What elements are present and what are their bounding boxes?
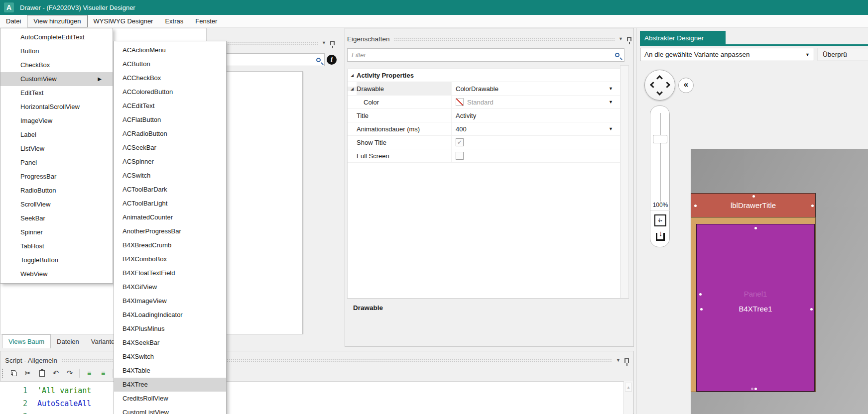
menu-item-creditsrollview[interactable]: CreditsRollView bbox=[114, 392, 226, 406]
undo-button[interactable]: ↶ bbox=[50, 367, 62, 379]
menubar-item-view-hinzuf-gen[interactable]: View hinzufügen bbox=[27, 15, 87, 27]
check-layout-button[interactable]: Überprü bbox=[818, 48, 868, 61]
tab-views-baum[interactable]: Views Baum bbox=[2, 334, 51, 348]
selection-handle[interactable] bbox=[754, 388, 757, 390]
expander-icon[interactable]: ◢ bbox=[348, 73, 357, 78]
properties-scrollbar[interactable]: ▲ ▼ bbox=[620, 65, 629, 299]
menu-item-acedittext[interactable]: ACEditText bbox=[114, 99, 226, 113]
menu-item-seekbar[interactable]: SeekBar bbox=[0, 211, 113, 225]
expander-icon[interactable]: ◢ bbox=[348, 87, 357, 91]
menu-item-togglebutton[interactable]: ToggleButton bbox=[0, 253, 113, 267]
menu-item-accoloredbutton[interactable]: ACColoredButton bbox=[114, 85, 226, 99]
menu-item-b4xseekbar[interactable]: B4XSeekBar bbox=[114, 336, 226, 350]
menu-item-acradiobutton[interactable]: ACRadioButton bbox=[114, 127, 226, 141]
menu-item-scrollview[interactable]: ScrollView bbox=[0, 198, 113, 211]
property-value[interactable] bbox=[451, 149, 620, 162]
view-lblDrawerTitle[interactable]: lblDrawerTitle bbox=[691, 193, 816, 217]
menu-item-acseekbar[interactable]: ACSeekBar bbox=[114, 141, 226, 155]
property-value[interactable]: ✓ bbox=[451, 136, 620, 149]
view-Panel1[interactable]: Panel1 B4XTree1 bbox=[696, 224, 815, 392]
menubar-item-wysiwyg-designer[interactable]: WYSIWYG Designer bbox=[88, 15, 159, 27]
selection-handle[interactable] bbox=[700, 308, 703, 310]
property-value[interactable]: ColorDrawable bbox=[451, 82, 620, 95]
menu-item-edittext[interactable]: EditText bbox=[0, 86, 113, 100]
menu-item-spinner[interactable]: Spinner bbox=[0, 225, 113, 239]
menubar-item-fenster[interactable]: Fenster bbox=[189, 15, 223, 27]
property-value[interactable]: Standard bbox=[451, 96, 620, 108]
properties-filter-input[interactable]: Filter bbox=[347, 48, 624, 62]
fit-to-screen-button[interactable]: ↔↕ bbox=[654, 214, 666, 226]
menu-item-progressbar[interactable]: ProgressBar bbox=[0, 170, 113, 184]
property-row-color[interactable]: ColorStandard▼ bbox=[348, 96, 620, 109]
drag-grip[interactable] bbox=[394, 37, 615, 41]
code-scrollbar[interactable]: ▲ bbox=[623, 381, 633, 414]
selection-handle[interactable] bbox=[699, 293, 702, 296]
copy-button[interactable] bbox=[8, 367, 20, 379]
menu-item-b4xloadingindicator[interactable]: B4XLoadingIndicator bbox=[114, 308, 226, 322]
menu-item-b4xgifview[interactable]: B4XGifView bbox=[114, 280, 226, 294]
menubar-item-datei[interactable]: Datei bbox=[0, 15, 27, 27]
pin-icon[interactable] bbox=[627, 37, 631, 41]
checkbox-checked[interactable]: ✓ bbox=[456, 138, 464, 146]
zoom-slider-track[interactable] bbox=[660, 113, 661, 202]
chevron-down-icon[interactable]: ▼ bbox=[619, 36, 623, 41]
tab-dateien[interactable]: Dateien bbox=[51, 334, 85, 348]
selection-handle[interactable] bbox=[752, 195, 755, 198]
menu-item-panel[interactable]: Panel bbox=[0, 156, 113, 170]
menu-item-tabhost[interactable]: TabHost bbox=[0, 239, 113, 253]
zoom-slider-thumb[interactable] bbox=[653, 135, 667, 143]
indent-decrease-button[interactable]: ≡ bbox=[83, 367, 95, 379]
property-row-drawable[interactable]: ◢DrawableColorDrawable▼ bbox=[348, 82, 620, 96]
menu-item-accheckbox[interactable]: ACCheckBox bbox=[114, 71, 226, 85]
selection-handle[interactable] bbox=[694, 205, 697, 207]
chevron-down-icon[interactable]: ▼ bbox=[616, 358, 620, 363]
info-button[interactable]: i bbox=[327, 55, 337, 65]
properties-section-header[interactable]: ◢Activity Properties bbox=[348, 69, 620, 82]
menu-item-b4xplusminus[interactable]: B4XPlusMinus bbox=[114, 322, 226, 336]
chevron-down-icon[interactable]: ▼ bbox=[609, 100, 613, 104]
variant-combo[interactable]: An die gewählte Variante anpassen ▼ bbox=[640, 48, 814, 61]
menu-item-b4xcombobox[interactable]: B4XComboBox bbox=[114, 252, 226, 266]
property-value[interactable]: Activity bbox=[451, 109, 620, 122]
import-button[interactable] bbox=[654, 231, 666, 243]
code-editor[interactable]: 1'All variant2AutoScaleAll3 bbox=[0, 381, 623, 414]
property-row-full-screen[interactable]: Full Screen bbox=[348, 149, 620, 163]
menu-item-anotherprogressbar[interactable]: AnotherProgressBar bbox=[114, 224, 226, 238]
menu-item-autocompleteedittext[interactable]: AutoCompleteEditText bbox=[0, 30, 113, 44]
views-search-input[interactable] bbox=[221, 53, 325, 66]
menu-item-button[interactable]: Button bbox=[0, 44, 113, 58]
chevron-down-icon[interactable] bbox=[656, 89, 663, 96]
redo-button[interactable]: ↷ bbox=[64, 367, 76, 379]
selection-handle[interactable] bbox=[751, 388, 753, 390]
menu-item-label[interactable]: Label bbox=[0, 128, 113, 142]
code-line[interactable]: 2AutoScaleAll bbox=[0, 397, 623, 410]
menu-item-acflatbutton[interactable]: ACFlatButton bbox=[114, 113, 226, 127]
selection-handle[interactable] bbox=[754, 227, 757, 229]
menu-item-acswitch[interactable]: ACSwitch bbox=[114, 169, 226, 183]
menu-item-b4xfloattextfield[interactable]: B4XFloatTextField bbox=[114, 266, 226, 280]
menu-item-webview[interactable]: WebView bbox=[0, 267, 113, 281]
menu-item-b4xbreadcrumb[interactable]: B4XBreadCrumb bbox=[114, 238, 226, 252]
menu-item-customview[interactable]: CustomView▶ bbox=[0, 72, 113, 86]
scroll-up-button[interactable]: ▲ bbox=[625, 383, 632, 392]
views-list[interactable] bbox=[221, 71, 303, 334]
paste-button[interactable] bbox=[36, 367, 48, 379]
menu-item-acspinner[interactable]: ACSpinner bbox=[114, 155, 226, 169]
menu-item-radiobutton[interactable]: RadioButton bbox=[0, 184, 113, 198]
menu-item-acactionmenu[interactable]: ACActionMenu bbox=[114, 43, 226, 57]
indent-increase-button[interactable]: ≡ bbox=[97, 367, 109, 379]
chevron-right-icon[interactable] bbox=[664, 82, 670, 88]
toolbar-grip[interactable] bbox=[2, 369, 4, 378]
tab-abstract-designer[interactable]: Abstrakter Designer bbox=[640, 31, 726, 45]
menu-item-b4xswitch[interactable]: B4XSwitch bbox=[114, 350, 226, 364]
menu-item-horizontalscrollview[interactable]: HorizontalScrollView bbox=[0, 100, 113, 114]
menu-item-b4ximageview[interactable]: B4XImageView bbox=[114, 294, 226, 308]
chevron-down-icon[interactable]: ▼ bbox=[609, 126, 613, 131]
property-value[interactable]: 400 bbox=[451, 122, 620, 135]
menu-item-actoolbarlight[interactable]: ACToolBarLight bbox=[114, 197, 226, 210]
menu-item-b4xtable[interactable]: B4XTable bbox=[114, 364, 226, 378]
code-line[interactable]: 1'All variant bbox=[0, 384, 623, 397]
cut-button[interactable]: ✂ bbox=[22, 367, 34, 379]
code-line[interactable]: 3 bbox=[0, 410, 623, 414]
menu-item-actoolbardark[interactable]: ACToolBarDark bbox=[114, 183, 226, 197]
